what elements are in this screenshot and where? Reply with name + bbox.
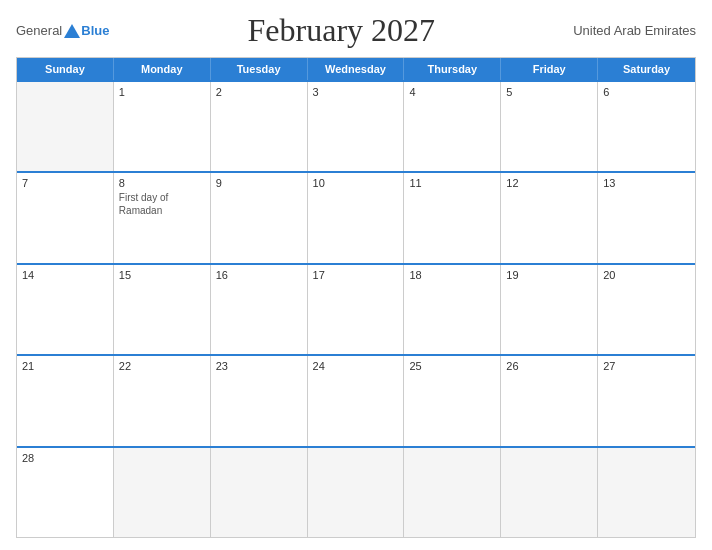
weekday-header: Monday — [114, 58, 211, 80]
weekday-header: Thursday — [404, 58, 501, 80]
day-number: 4 — [409, 86, 495, 98]
calendar-cell — [598, 448, 695, 537]
calendar-cell: 24 — [308, 356, 405, 445]
logo: General Blue — [16, 22, 109, 40]
day-event: First day of Ramadan — [119, 192, 168, 216]
calendar-body: 12345678First day of Ramadan910111213141… — [17, 80, 695, 537]
calendar-cell — [211, 448, 308, 537]
weekday-header: Saturday — [598, 58, 695, 80]
day-number: 27 — [603, 360, 690, 372]
calendar-cell: 6 — [598, 82, 695, 171]
weekday-header: Wednesday — [308, 58, 405, 80]
day-number: 22 — [119, 360, 205, 372]
calendar-cell: 3 — [308, 82, 405, 171]
day-number: 2 — [216, 86, 302, 98]
calendar-cell: 21 — [17, 356, 114, 445]
day-number: 17 — [313, 269, 399, 281]
calendar-cell: 22 — [114, 356, 211, 445]
day-number: 7 — [22, 177, 108, 189]
calendar-cell — [114, 448, 211, 537]
calendar-cell: 27 — [598, 356, 695, 445]
day-number: 1 — [119, 86, 205, 98]
day-number: 23 — [216, 360, 302, 372]
calendar-cell: 4 — [404, 82, 501, 171]
calendar-cell — [17, 82, 114, 171]
calendar-cell: 12 — [501, 173, 598, 262]
calendar-cell: 9 — [211, 173, 308, 262]
calendar-week: 21222324252627 — [17, 354, 695, 445]
weekday-header: Sunday — [17, 58, 114, 80]
day-number: 28 — [22, 452, 108, 464]
calendar-week: 28 — [17, 446, 695, 537]
weekday-header: Tuesday — [211, 58, 308, 80]
logo-general-text: General — [16, 23, 62, 38]
day-number: 5 — [506, 86, 592, 98]
calendar-cell: 17 — [308, 265, 405, 354]
day-number: 8 — [119, 177, 205, 189]
calendar-week: 123456 — [17, 80, 695, 171]
day-number: 14 — [22, 269, 108, 281]
logo-icon — [63, 22, 81, 40]
calendar-cell: 2 — [211, 82, 308, 171]
calendar-cell: 14 — [17, 265, 114, 354]
calendar-week: 14151617181920 — [17, 263, 695, 354]
calendar-cell: 18 — [404, 265, 501, 354]
logo-blue-text: Blue — [81, 23, 109, 38]
calendar-cell — [501, 448, 598, 537]
header: General Blue February 2027 United Arab E… — [16, 12, 696, 49]
calendar-cell: 10 — [308, 173, 405, 262]
day-number: 19 — [506, 269, 592, 281]
calendar-cell: 13 — [598, 173, 695, 262]
calendar-header-row: SundayMondayTuesdayWednesdayThursdayFrid… — [17, 58, 695, 80]
svg-marker-0 — [64, 24, 80, 38]
calendar-cell: 11 — [404, 173, 501, 262]
calendar-cell: 28 — [17, 448, 114, 537]
calendar-cell — [308, 448, 405, 537]
day-number: 24 — [313, 360, 399, 372]
day-number: 25 — [409, 360, 495, 372]
day-number: 9 — [216, 177, 302, 189]
day-number: 12 — [506, 177, 592, 189]
day-number: 16 — [216, 269, 302, 281]
calendar-cell: 20 — [598, 265, 695, 354]
day-number: 3 — [313, 86, 399, 98]
day-number: 6 — [603, 86, 690, 98]
weekday-header: Friday — [501, 58, 598, 80]
day-number: 15 — [119, 269, 205, 281]
calendar-week: 78First day of Ramadan910111213 — [17, 171, 695, 262]
day-number: 10 — [313, 177, 399, 189]
page: General Blue February 2027 United Arab E… — [0, 0, 712, 550]
calendar-cell: 26 — [501, 356, 598, 445]
calendar-cell — [404, 448, 501, 537]
day-number: 26 — [506, 360, 592, 372]
calendar-cell: 1 — [114, 82, 211, 171]
country-label: United Arab Emirates — [573, 23, 696, 38]
calendar-cell: 8First day of Ramadan — [114, 173, 211, 262]
calendar-cell: 25 — [404, 356, 501, 445]
calendar-cell: 19 — [501, 265, 598, 354]
calendar: SundayMondayTuesdayWednesdayThursdayFrid… — [16, 57, 696, 538]
calendar-cell: 7 — [17, 173, 114, 262]
calendar-cell: 15 — [114, 265, 211, 354]
day-number: 20 — [603, 269, 690, 281]
month-title: February 2027 — [248, 12, 436, 49]
day-number: 13 — [603, 177, 690, 189]
calendar-cell: 5 — [501, 82, 598, 171]
calendar-cell: 16 — [211, 265, 308, 354]
calendar-cell: 23 — [211, 356, 308, 445]
day-number: 11 — [409, 177, 495, 189]
day-number: 21 — [22, 360, 108, 372]
day-number: 18 — [409, 269, 495, 281]
